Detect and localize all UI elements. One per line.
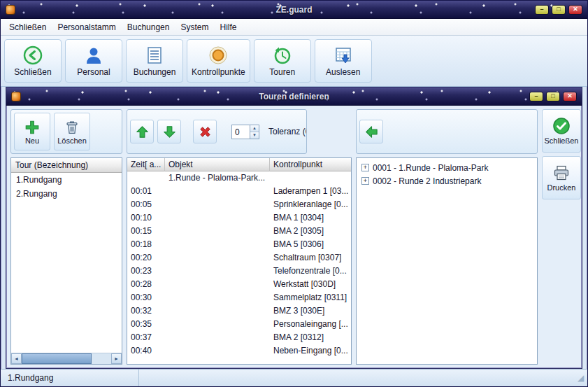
tour-list-hscrollbar[interactable]: ◄ ► <box>11 353 122 364</box>
delete-tour-button[interactable]: Löschen <box>54 113 90 150</box>
person-icon <box>83 45 104 66</box>
toolbar-kontrollpunkte-button[interactable]: Kontrollpunkte <box>187 39 250 83</box>
checkpoint-tree: + 0001 - 1.Runde - Plaloma-Park + 0002 -… <box>356 157 538 365</box>
cell-kontrollpunkt: Laderampen 1 [03... <box>270 185 351 198</box>
dialog-close-button[interactable]: ✕ <box>563 92 577 101</box>
dialog-schliessen-button[interactable]: Schließen <box>542 109 581 153</box>
table-row[interactable]: 00:05 Sprinkleranlage [0... <box>127 198 351 211</box>
checkpoint-table: Zeit[ a... Objekt Kontrollpunkt 1.Runde … <box>127 157 352 365</box>
cell-zeit: 00:23 <box>127 265 165 278</box>
toolbar-buchungen-button[interactable]: Buchungen <box>126 39 183 83</box>
main-toolbar: Schließen Personal Buchungen Kontrollpun… <box>1 36 587 87</box>
table-row[interactable]: 00:15 BMA 2 [0305] <box>127 225 351 238</box>
column-header-kontrollpunkt[interactable]: Kontrollpunkt <box>270 158 351 171</box>
ledger-icon <box>144 45 165 66</box>
tour-list-header[interactable]: Tour (Bezeichnung) <box>11 158 122 173</box>
cell-kontrollpunkt: BMA 5 [0306] <box>270 238 351 251</box>
touren-definieren-dialog: Touren definieren – □ ✕ Neu Löschen <box>6 87 582 369</box>
move-down-button[interactable] <box>157 120 181 143</box>
printer-icon <box>552 164 571 182</box>
table-row[interactable]: 1.Runde - Plaloma-Park... <box>127 171 351 185</box>
cell-kontrollpunkt: Schaltraum [0307] <box>270 251 351 265</box>
drucken-button[interactable]: Drucken <box>542 156 581 199</box>
cell-zeit <box>127 171 165 185</box>
main-window: ZE.guard – □ ✕ SchließenPersonalstammBuc… <box>0 0 588 387</box>
table-row[interactable]: 00:18 BMA 5 [0306] <box>127 238 351 251</box>
table-row[interactable]: 00:20 Schaltraum [0307] <box>127 251 351 265</box>
spin-down-button[interactable]: ▼ <box>250 132 259 139</box>
main-titlebar[interactable]: ZE.guard – □ ✕ <box>1 1 587 19</box>
table-row[interactable]: 00:30 Sammelplatz [0311] <box>127 291 351 304</box>
table-row[interactable]: 00:28 Werkstatt [030D] <box>127 278 351 291</box>
dialog-window-controls: – □ ✕ <box>529 92 577 101</box>
cell-objekt <box>165 318 270 331</box>
tour-list-item[interactable]: 1.Rundgang <box>11 173 122 187</box>
toolbar-button-label: Buchungen <box>134 67 176 77</box>
cell-kontrollpunkt: Sprinkleranlage [0... <box>270 198 351 211</box>
remove-checkpoint-button[interactable] <box>193 120 217 143</box>
cell-kontrollpunkt: BMA 2 [0312] <box>270 331 351 344</box>
table-row[interactable]: 00:01 Laderampen 1 [03... <box>127 185 351 198</box>
table-row[interactable]: 00:32 BMZ 3 [030E] <box>127 304 351 318</box>
expand-icon[interactable]: + <box>361 164 369 171</box>
menu-item[interactable]: System <box>175 20 214 35</box>
red-x-icon <box>198 125 213 139</box>
table-row[interactable]: 00:23 Telefonzentrale [0... <box>127 265 351 278</box>
expand-icon[interactable]: + <box>361 177 369 185</box>
back-arrow-icon <box>22 45 43 66</box>
menu-item[interactable]: Personalstamm <box>52 20 121 35</box>
scrollbar-thumb[interactable] <box>22 353 92 364</box>
table-row[interactable]: 00:10 BMA 1 [0304] <box>127 211 351 225</box>
cell-zeit: 00:15 <box>127 225 165 238</box>
tree-item-label: 0001 - 1.Runde - Plaloma-Park <box>373 163 488 173</box>
toolbar-touren-button[interactable]: Touren <box>254 39 311 83</box>
column-header-zeit[interactable]: Zeit[ a... <box>127 158 165 171</box>
main-window-title: ZE.guard <box>1 5 587 15</box>
status-bar: 1.Rundgang ◢ <box>1 369 587 386</box>
scrollbar-track[interactable] <box>22 353 111 364</box>
toolbar-button-label: Touren <box>269 67 295 77</box>
tour-list: Tour (Bezeichnung) 1.Rundgang2.Rungang ◄… <box>10 157 122 365</box>
table-row[interactable]: 00:37 BMA 2 [0312] <box>127 331 351 344</box>
menu-item[interactable]: Buchungen <box>122 20 175 35</box>
column-header-objekt[interactable]: Objekt <box>165 158 270 171</box>
tree-item[interactable]: + 0001 - 1.Runde - Plaloma-Park <box>358 161 536 174</box>
maximize-button[interactable]: □ <box>552 5 566 15</box>
toolbar-personal-button[interactable]: Personal <box>65 39 122 83</box>
new-tour-button[interactable]: Neu <box>14 113 50 150</box>
checkpoint-circle-icon <box>208 45 229 66</box>
resize-grip[interactable]: ◢ <box>578 373 587 383</box>
menu-item[interactable]: Hilfe <box>215 20 243 35</box>
tour-list-item[interactable]: 2.Rungang <box>11 187 122 201</box>
tolerance-value[interactable]: 0 <box>232 125 250 139</box>
dialog-content: Neu Löschen Tour (Bezeichnung) 1.Rundgan… <box>6 106 582 368</box>
new-tour-label: Neu <box>25 136 39 145</box>
cell-zeit: 00:30 <box>127 291 165 304</box>
minimize-button[interactable]: – <box>535 5 549 15</box>
table-row[interactable]: 00:35 Personaleingang [... <box>127 318 351 331</box>
close-button[interactable]: ✕ <box>568 5 582 15</box>
scroll-right-arrow[interactable]: ► <box>111 353 122 364</box>
dialog-title: Touren definieren <box>6 92 582 101</box>
table-body: 1.Runde - Plaloma-Park... 00:01 Laderamp… <box>127 171 351 364</box>
cell-kontrollpunkt: Sammelplatz [0311] <box>270 291 351 304</box>
dialog-icon <box>11 92 21 101</box>
table-row[interactable]: 00:40 Neben-Eingang [0... <box>127 344 351 358</box>
cell-zeit: 00:35 <box>127 318 165 331</box>
move-up-button[interactable] <box>130 120 154 143</box>
add-checkpoint-button[interactable] <box>359 120 383 143</box>
spin-up-button[interactable]: ▲ <box>250 125 259 132</box>
toolbar-schliessen-button[interactable]: Schließen <box>4 39 62 83</box>
toolbar-auslesen-button[interactable]: Auslesen <box>315 39 372 83</box>
menu-item[interactable]: Schließen <box>3 20 52 35</box>
dialog-minimize-button[interactable]: – <box>529 92 543 101</box>
dialog-maximize-button[interactable]: □ <box>546 92 560 101</box>
cell-objekt <box>165 211 270 225</box>
dialog-titlebar[interactable]: Touren definieren – □ ✕ <box>6 87 582 106</box>
tree-item[interactable]: + 0002 - Runde 2 Industriepark <box>358 174 536 188</box>
scroll-left-arrow[interactable]: ◄ <box>11 353 22 364</box>
arrow-down-icon <box>162 125 177 139</box>
toolbar-button-label: Auslesen <box>326 67 360 77</box>
tolerance-label: Toleranz (0: nicht ve <box>268 127 307 136</box>
tolerance-spinner[interactable]: 0 ▲ ▼ <box>231 125 259 139</box>
